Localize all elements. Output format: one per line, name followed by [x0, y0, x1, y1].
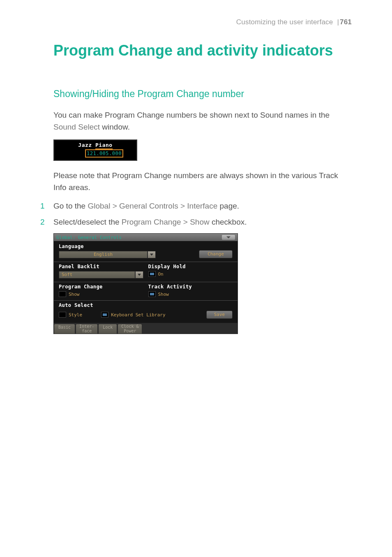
sound-select-screenshot: Jazz Piano 121.005.000 — [53, 139, 352, 161]
display-hold-checkbox[interactable] — [148, 271, 156, 277]
chevron-down-icon[interactable] — [148, 251, 156, 258]
menu-dropdown-icon[interactable] — [222, 235, 235, 240]
track-activity-chk-label: Show — [158, 292, 169, 297]
intro-text-b: window. — [100, 123, 130, 131]
step-1-b: page. — [217, 202, 239, 210]
change-button[interactable]: Change — [199, 250, 233, 258]
save-button[interactable]: Save — [206, 311, 233, 319]
step-1-ui: Global > General Controls > Interface — [88, 202, 217, 210]
auto-select-style-checkbox[interactable] — [59, 312, 66, 318]
track-activity-label: Track Activity — [148, 284, 233, 290]
track-activity-show-checkbox[interactable] — [148, 291, 156, 297]
tab-lock[interactable]: Lock — [98, 324, 117, 334]
tab-interface-l2: face — [82, 329, 92, 333]
display-hold-chk-label: On — [158, 272, 164, 277]
step-2-ui: Program Change > Show — [122, 218, 210, 226]
sound-name: Jazz Piano — [58, 142, 133, 148]
panel-backlit-dropdown[interactable]: Soft — [59, 271, 143, 278]
chevron-down-icon[interactable] — [135, 271, 143, 278]
language-value: English — [59, 251, 148, 258]
panel-backlit-label: Panel Backlit — [59, 264, 143, 269]
header-section: Customizing the user interface — [236, 18, 333, 26]
window-title: Global: General Controls — [56, 235, 222, 240]
step-2: Select/deselect the Program Change > Sho… — [40, 216, 352, 228]
panel-backlit-value: Soft — [59, 271, 135, 278]
program-change-chk-label: Show — [69, 292, 80, 297]
header-page-number: 761 — [340, 18, 352, 26]
section-heading: Showing/Hiding the Program Change number — [53, 88, 352, 100]
header-separator: | — [337, 18, 339, 26]
auto-select-label: Auto Select — [59, 302, 233, 308]
step-1: Go to the Global > General Controls > In… — [40, 200, 352, 212]
intro-paragraph: You can make Program Change numbers be s… — [53, 109, 352, 133]
page-title: Program Change and activity indicators — [53, 42, 352, 59]
sound-name-b: Piano — [95, 142, 113, 149]
step-1-a: Go to the — [53, 202, 88, 210]
program-change-label: Program Change — [59, 284, 143, 290]
display-hold-label: Display Hold — [148, 264, 233, 269]
auto-select-style-label: Style — [69, 312, 82, 318]
tab-clock-l1: Clock & — [121, 324, 138, 329]
tab-clock-power[interactable]: Clock &Power — [118, 324, 142, 334]
step-2-b: checkbox. — [210, 218, 247, 226]
sound-select-ref: Sound Select — [53, 123, 100, 131]
step-2-a: Select/deselect the — [53, 218, 122, 226]
language-dropdown[interactable]: English — [59, 251, 156, 258]
global-general-controls-screenshot: Global: General Controls Language Englis… — [53, 233, 238, 334]
window-titlebar: Global: General Controls — [54, 234, 238, 241]
tab-interface[interactable]: Inter-face — [76, 324, 98, 334]
running-header: Customizing the user interface|761 — [40, 18, 352, 26]
intro-text-a: You can make Program Change numbers be s… — [53, 111, 330, 119]
auto-select-kbd-checkbox[interactable] — [101, 312, 108, 318]
sound-name-a: Jazz — [78, 142, 95, 148]
bottom-tabs: Basic Inter-face Lock Clock &Power — [54, 323, 238, 334]
auto-select-kbd-label: Keyboard Set Library — [111, 312, 165, 318]
note-paragraph: Please note that Program Change numbers … — [53, 170, 352, 193]
language-label: Language — [59, 244, 156, 249]
tab-interface-l1: Inter- — [79, 324, 94, 329]
program-change-show-checkbox[interactable] — [59, 291, 66, 297]
tab-clock-l2: Power — [124, 329, 136, 333]
program-change-number: 121.005.000 — [85, 149, 123, 158]
tab-basic[interactable]: Basic — [54, 324, 75, 334]
